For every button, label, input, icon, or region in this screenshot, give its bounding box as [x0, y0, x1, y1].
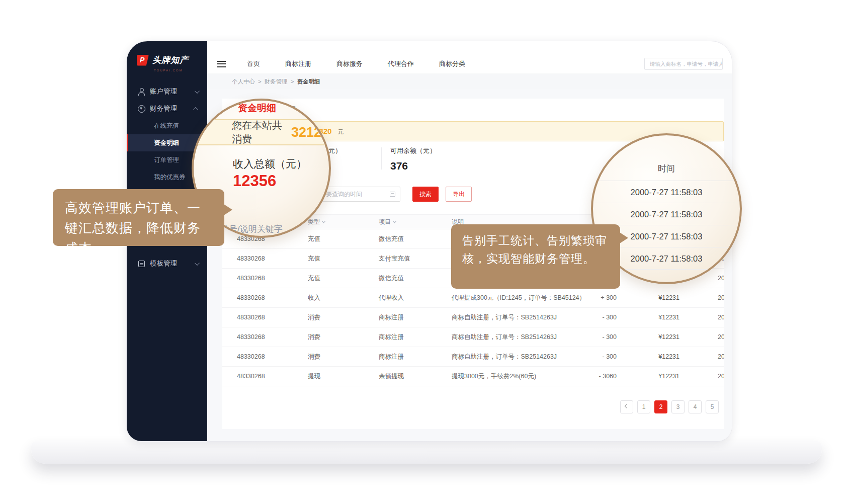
- banner-unit: 元: [337, 128, 344, 136]
- marketing-mockup: 头牌知产 TOUPAI.COM 账户管理财务管理在线充值资金明细订单管理我的优惠…: [0, 0, 853, 504]
- nav-links: 首页 商标注册 商标服务 代理合作 商标分类: [247, 59, 465, 68]
- cell-time: 2000-7-27 11:58:03: [700, 333, 724, 341]
- col-type-label: 类型: [308, 218, 320, 225]
- col-type[interactable]: 类型: [308, 218, 325, 226]
- cell-project: 商标注册: [379, 333, 404, 342]
- hamburger-menu-icon[interactable]: [217, 61, 226, 67]
- cell-desc: 商标自助注册，订单号：SB2514263J: [452, 333, 557, 342]
- magnified-banner: 您在本站共消费 32124: [194, 119, 329, 145]
- page-button[interactable]: 4: [689, 400, 702, 413]
- callout-right: 告别手工统计、告别繁琐审核，实现智能财务管理。: [451, 224, 620, 289]
- col-project[interactable]: 项目: [379, 218, 396, 226]
- cell-project: 微信充值: [379, 235, 404, 243]
- cell-time: 2000-7-27 11:58:03: [700, 314, 724, 321]
- nav-link[interactable]: 代理合作: [388, 59, 414, 68]
- cell-project: 代理收入: [379, 294, 404, 302]
- stat-balance: 可用余额（元） 376: [390, 146, 436, 172]
- sidebar-item-label: 财务管理: [150, 104, 177, 113]
- sidebar-item-label: 账户管理: [150, 87, 177, 96]
- magnified-stat-label: 收入总额（元）: [233, 157, 307, 171]
- cell-balance: ¥12231: [629, 353, 679, 360]
- sidebar-item[interactable]: 财务管理: [127, 100, 207, 117]
- sidebar-item[interactable]: 在线充值: [127, 117, 207, 134]
- search-button[interactable]: 搜索: [412, 187, 439, 202]
- nav-link[interactable]: 商标服务: [336, 59, 363, 68]
- cell-order: 48330268: [237, 353, 265, 360]
- cell-type: 充值: [308, 274, 320, 283]
- stat-divider: [381, 147, 382, 170]
- breadcrumb: 个人中心 > 财务管理 > 资金明细: [207, 74, 732, 89]
- chevron-up-icon: [193, 107, 198, 112]
- stat-label: 可用余额（元）: [390, 146, 436, 155]
- brand-logo-icon: [137, 55, 149, 66]
- sidebar-item[interactable]: 模板管理: [127, 255, 207, 272]
- sidebar-item-label: 模板管理: [150, 259, 177, 268]
- cell-desc: 商标自助注册，订单号：SB2514263J: [452, 353, 557, 361]
- table-row[interactable]: 48330268 消费 商标注册 商标自助注册，订单号：SB2514263J -…: [222, 347, 724, 367]
- cell-order: 48330268: [237, 333, 265, 341]
- prev-page-button[interactable]: [620, 400, 633, 413]
- breadcrumb-part[interactable]: 个人中心: [232, 78, 255, 86]
- cell-type: 消费: [308, 333, 320, 342]
- page-button[interactable]: 3: [671, 400, 685, 413]
- cell-type: 消费: [308, 313, 320, 322]
- cell-type: 充值: [308, 255, 320, 263]
- site-search-input[interactable]: [644, 58, 723, 70]
- sidebar-item-label: 在线充值: [154, 122, 179, 130]
- chevron-left-icon: [625, 404, 629, 408]
- page-button[interactable]: 2: [654, 400, 667, 413]
- cell-balance: ¥12231: [629, 333, 679, 341]
- breadcrumb-current: 资金明细: [297, 78, 320, 86]
- breadcrumb-separator: >: [291, 78, 294, 85]
- sidebar-item-label: 我的优惠券: [154, 173, 186, 182]
- cell-balance: ¥12231: [629, 294, 679, 301]
- table-row[interactable]: 48330268 消费 商标注册 商标自助注册，订单号：SB2514263J -…: [222, 308, 724, 327]
- cell-balance: ¥12231: [629, 373, 679, 380]
- top-navbar: 首页 商标注册 商标服务 代理合作 商标分类: [207, 55, 732, 73]
- wallet-icon: [138, 105, 145, 113]
- cell-order: 48330268: [237, 294, 265, 301]
- pagination: 1 2 3 4 5: [620, 400, 719, 413]
- sidebar-item[interactable]: 账户管理: [127, 83, 207, 100]
- cell-amount: + 300: [569, 294, 617, 301]
- cell-order: 48330268: [237, 275, 265, 282]
- cell-project: 支付宝充值: [379, 255, 410, 263]
- magnified-time-value: 2000-7-27 11:58:03: [593, 203, 740, 225]
- nav-link[interactable]: 首页: [247, 59, 260, 68]
- page-button[interactable]: 5: [706, 400, 719, 413]
- calendar-icon: [390, 192, 395, 197]
- cell-time: 2000-7-27 11:58:03: [700, 294, 724, 301]
- cell-desc: 商标自助注册，订单号：SB2514263J: [452, 313, 557, 322]
- cell-desc: 提现3000元，手续费2%(60元): [452, 372, 536, 381]
- cell-type: 消费: [308, 353, 320, 361]
- magnified-stat-value: 12356: [233, 172, 276, 190]
- magnified-tab: 资金明细: [238, 102, 276, 121]
- cell-order: 48330268: [237, 314, 265, 321]
- sidebar-item-label: 资金明细: [154, 139, 179, 147]
- page-button[interactable]: 1: [637, 400, 650, 413]
- breadcrumb-part[interactable]: 财务管理: [265, 78, 288, 86]
- cell-amount: - 300: [569, 333, 617, 341]
- laptop-base: [31, 441, 822, 464]
- cell-amount: - 3060: [569, 373, 617, 380]
- brand-name: 头牌知产: [152, 54, 189, 66]
- nav-link[interactable]: 商标注册: [285, 59, 311, 68]
- col-project-label: 项目: [379, 218, 391, 225]
- magnified-banner-text: 您在本站共消费: [232, 119, 285, 146]
- cell-amount: - 300: [569, 353, 617, 360]
- cell-type: 提现: [308, 372, 320, 381]
- table-row[interactable]: 48330268 提现 余额提现 提现3000元，手续费2%(60元) - 30…: [222, 367, 724, 386]
- brand-tagline: TOUPAI.COM: [127, 69, 207, 72]
- cell-order: 48330268: [237, 373, 265, 380]
- template-icon: [138, 260, 145, 268]
- table-row[interactable]: 48330268 收入 代理收入 代理提成300元（ID:1245，订单号：SB…: [222, 288, 724, 308]
- breadcrumb-separator: >: [258, 78, 262, 85]
- cell-project: 微信充值: [379, 274, 404, 283]
- table-row[interactable]: 48330268 消费 商标注册 商标自助注册，订单号：SB2514263J -…: [222, 327, 724, 347]
- cell-type: 充值: [308, 235, 320, 243]
- brand-logo[interactable]: 头牌知产: [127, 41, 207, 69]
- nav-link[interactable]: 商标分类: [439, 59, 465, 68]
- cell-desc: 代理提成300元（ID:1245，订单号：SB45124）: [452, 294, 585, 302]
- export-button[interactable]: 导出: [446, 187, 472, 202]
- cell-project: 商标注册: [379, 353, 404, 361]
